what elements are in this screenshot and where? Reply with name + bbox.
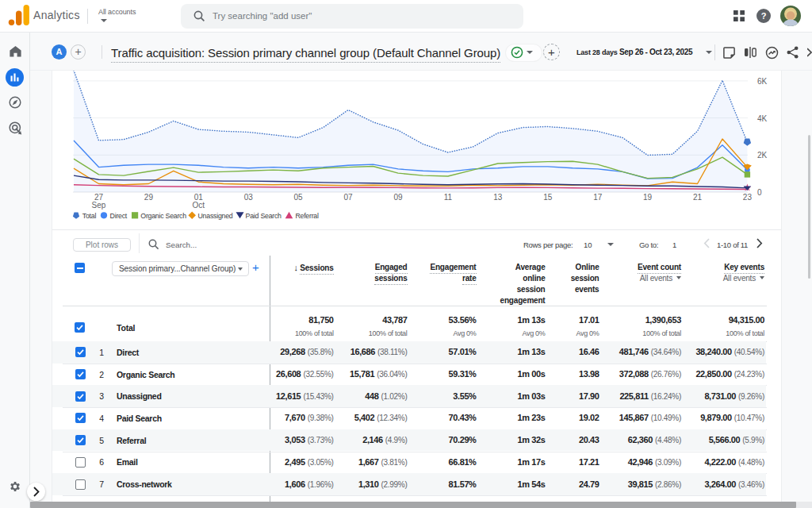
- svg-text:03: 03: [244, 193, 254, 202]
- svg-text:29: 29: [144, 193, 154, 202]
- svg-text:Referral: Referral: [295, 212, 319, 220]
- svg-text:17: 17: [593, 193, 603, 202]
- svg-text:Oct: Oct: [193, 201, 205, 210]
- svg-text:Unassigned: Unassigned: [198, 212, 233, 220]
- svg-text:05: 05: [294, 193, 304, 202]
- svg-text:13: 13: [493, 193, 503, 202]
- svg-text:2K: 2K: [757, 151, 768, 160]
- svg-text:4K: 4K: [757, 114, 768, 123]
- svg-text:11: 11: [444, 193, 453, 202]
- svg-text:0: 0: [757, 188, 762, 197]
- svg-text:Direct: Direct: [110, 212, 128, 220]
- svg-text:6K: 6K: [757, 77, 768, 86]
- svg-text:Sep: Sep: [92, 201, 106, 210]
- svg-text:21: 21: [693, 193, 703, 202]
- svg-text:Paid Search: Paid Search: [246, 212, 282, 220]
- svg-text:07: 07: [344, 193, 354, 202]
- svg-text:Organic Search: Organic Search: [140, 212, 186, 220]
- svg-text:19: 19: [643, 193, 653, 202]
- svg-text:23: 23: [743, 193, 753, 202]
- svg-text:Total: Total: [82, 212, 97, 220]
- svg-text:09: 09: [393, 193, 403, 202]
- svg-text:15: 15: [543, 193, 553, 202]
